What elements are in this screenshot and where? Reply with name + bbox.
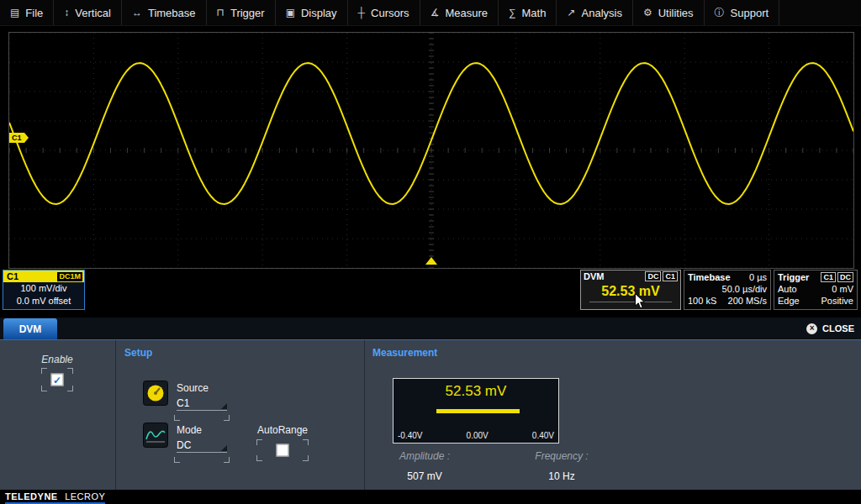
menu-item-measure[interactable]: ∡ Measure	[420, 0, 499, 25]
support-info-icon: ⓘ	[715, 8, 725, 18]
menu-item-utilities[interactable]: ⚙ Utilities	[633, 0, 705, 25]
dvm-dialog: Enable ✓ Setup Source C1	[0, 340, 861, 490]
math-sigma-icon: ∑	[509, 8, 516, 18]
close-button[interactable]: × CLOSE	[806, 318, 854, 339]
measurement-section-title: Measurement	[372, 347, 437, 359]
source-value: C1	[177, 397, 189, 409]
amplitude-stat: Amplitude : 507 mV	[370, 450, 479, 482]
autorange-checkbox[interactable]	[277, 444, 289, 457]
footer-bar: TELEDYNE LECROY	[0, 490, 861, 504]
utilities-gear-icon: ⚙	[643, 8, 652, 18]
focus-bracket	[174, 457, 180, 463]
trigger-position-marker[interactable]	[425, 257, 437, 265]
close-icon: ×	[806, 323, 817, 334]
menu-item-vertical[interactable]: ↕ Vertical	[54, 0, 122, 25]
focus-bracket	[256, 455, 262, 461]
amplitude-value: 507 mV	[370, 470, 479, 482]
dvm-meter: 52.53 mV -0.40V 0.00V 0.40V	[393, 378, 559, 444]
close-label: CLOSE	[822, 323, 854, 333]
focus-bracket	[67, 368, 73, 374]
menu-item-trigger[interactable]: ⊓ Trigger	[207, 0, 276, 25]
display-icon: ▣	[286, 8, 295, 18]
dvm-meter-reading: 52.53 mV	[394, 383, 558, 400]
tab-dvm[interactable]: DVM	[3, 318, 57, 339]
focus-bracket	[256, 439, 262, 445]
focus-bracket	[303, 455, 309, 461]
focus-bracket	[41, 368, 47, 374]
meter-scale-max: 0.40V	[532, 431, 554, 440]
autorange-checkbox-area	[256, 439, 309, 461]
dvm-reading: 52.53 mV	[581, 281, 680, 301]
trigger-pulse-icon: ⊓	[217, 8, 224, 18]
trigger-level: 0 mV	[832, 283, 853, 295]
timebase-descriptor[interactable]: Timebase 0 µs 50.0 µs/div 100 kS 200 MS/…	[684, 270, 771, 310]
focus-bracket	[303, 439, 309, 445]
menu-label: File	[25, 7, 43, 19]
frequency-stat: Frequency : 10 Hz	[507, 450, 616, 482]
trigger-title: Trigger	[778, 271, 809, 283]
timebase-delay: 0 µs	[749, 271, 767, 283]
trigger-slope: Positive	[821, 295, 853, 307]
teledyne-lecroy-logo: TELEDYNE LECROY	[5, 491, 105, 504]
menu-bar: ▤ File ↕ Vertical ↔ Timebase ⊓ Trigger ▣…	[0, 0, 861, 26]
menu-label: Measure	[445, 7, 488, 19]
menu-item-support[interactable]: ⓘ Support	[705, 0, 780, 25]
cursors-crosshair-icon: ┼	[358, 8, 366, 18]
frequency-value: 10 Hz	[507, 470, 616, 482]
analysis-trend-icon: ↗	[567, 8, 575, 18]
mode-select[interactable]: Mode DC	[177, 424, 227, 458]
channel-label: C1	[7, 270, 18, 282]
source-select[interactable]: Source C1	[177, 382, 227, 416]
trigger-mode: Auto	[778, 283, 797, 295]
menu-label: Support	[731, 7, 769, 19]
channel-scale: 100 mV/div	[3, 282, 84, 295]
menu-label: Display	[301, 7, 337, 19]
timebase-arrows-icon: ↔	[132, 8, 142, 18]
measure-icon: ∡	[430, 8, 440, 18]
dvm-meter-bar	[436, 409, 520, 413]
focus-bracket	[174, 415, 180, 421]
menu-label: Trigger	[230, 7, 265, 19]
mode-waveform-icon	[143, 423, 168, 448]
frequency-label: Frequency :	[507, 450, 616, 462]
meter-scale-mid: 0.00V	[467, 431, 489, 440]
enable-checkbox-area: ✓	[41, 368, 73, 391]
scope-grid	[9, 33, 853, 268]
brand-teledyne: TELEDYNE	[5, 491, 58, 501]
brand-lecroy: LECROY	[65, 491, 105, 501]
trigger-coupling-badge: DC	[837, 272, 853, 282]
channel-descriptor-c1[interactable]: C1 DC1M 100 mV/div 0.0 mV offset	[3, 270, 85, 310]
menu-item-cursors[interactable]: ┼ Cursors	[348, 0, 420, 25]
menu-item-file[interactable]: ▤ File	[0, 0, 54, 25]
dialog-tab-bar: DVM × CLOSE	[0, 318, 861, 340]
menu-item-display[interactable]: ▣ Display	[276, 0, 348, 25]
timebase-title: Timebase	[688, 271, 731, 283]
channel1-level-marker[interactable]: C1	[9, 133, 24, 143]
setup-section-title: Setup	[124, 347, 152, 359]
menu-item-analysis[interactable]: ↗ Analysis	[557, 0, 632, 25]
timebase-samples: 100 kS	[688, 295, 716, 307]
menu-label: Math	[522, 7, 547, 19]
channel-offset: 0.0 mV offset	[3, 295, 84, 307]
dvm-mode-badge: DC	[645, 271, 661, 281]
source-knob-icon	[143, 381, 168, 406]
check-icon: ✓	[53, 374, 61, 386]
menu-label: Utilities	[658, 7, 694, 19]
trigger-type: Edge	[778, 295, 800, 307]
menu-label: Timebase	[148, 7, 196, 19]
trigger-descriptor[interactable]: Trigger C1 DC Auto 0 mV Edge Positive	[774, 270, 858, 310]
dvm-summary-box[interactable]: DVM DC C1 52.53 mV	[580, 270, 681, 310]
enable-checkbox[interactable]: ✓	[51, 374, 64, 386]
waveform-display[interactable]: C1	[8, 32, 854, 269]
divider	[115, 340, 116, 490]
chevron-down-icon	[221, 445, 227, 451]
menu-label: Vertical	[75, 7, 111, 19]
focus-bracket	[41, 386, 47, 391]
mode-label: Mode	[177, 424, 227, 436]
mode-value: DC	[177, 439, 191, 451]
menu-item-math[interactable]: ∑ Math	[499, 0, 557, 25]
menu-item-timebase[interactable]: ↔ Timebase	[122, 0, 207, 25]
dvm-source-badge: C1	[663, 271, 678, 281]
channel-header: C1 DC1M	[3, 270, 84, 282]
focus-bracket	[224, 457, 230, 463]
